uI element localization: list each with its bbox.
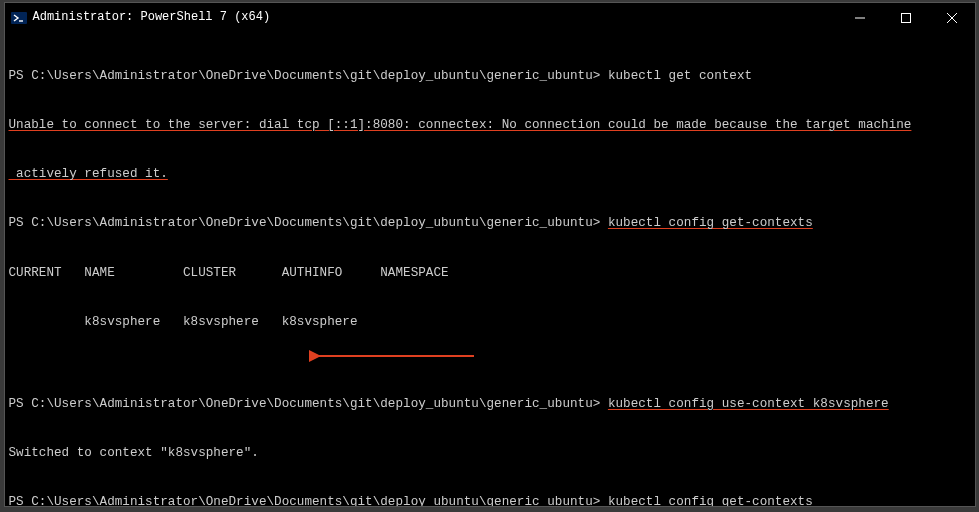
maximize-button[interactable] xyxy=(883,3,929,33)
close-button[interactable] xyxy=(929,3,975,33)
output-line: Switched to context "k8svsphere". xyxy=(9,445,971,462)
error-text: Unable to connect to the server: dial tc… xyxy=(9,118,912,132)
command-line: PS C:\Users\Administrator\OneDrive\Docum… xyxy=(9,494,971,506)
terminal-body[interactable]: PS C:\Users\Administrator\OneDrive\Docum… xyxy=(5,33,975,506)
output-line: Unable to connect to the server: dial tc… xyxy=(9,117,971,134)
command-text: kubectl get context xyxy=(608,69,752,83)
powershell-window: Administrator: PowerShell 7 (x64) PS C:\… xyxy=(4,2,976,507)
titlebar[interactable]: Administrator: PowerShell 7 (x64) xyxy=(5,3,975,33)
command-text: kubectl config get-contexts xyxy=(608,216,813,230)
minimize-button[interactable] xyxy=(837,3,883,33)
window-title: Administrator: PowerShell 7 (x64) xyxy=(33,10,271,26)
header-row: CURRENT NAME CLUSTER AUTHINFO NAMESPACE xyxy=(9,265,971,282)
powershell-icon xyxy=(11,10,27,26)
prompt: PS C:\Users\Administrator\OneDrive\Docum… xyxy=(9,216,608,230)
context-row: k8svsphere k8svsphere k8svsphere xyxy=(9,314,971,363)
prompt: PS C:\Users\Administrator\OneDrive\Docum… xyxy=(9,397,608,411)
command-line: PS C:\Users\Administrator\OneDrive\Docum… xyxy=(9,215,971,232)
command-text: kubectl config get-contexts xyxy=(608,495,813,506)
output-line: actively refused it. xyxy=(9,166,971,183)
prompt: PS C:\Users\Administrator\OneDrive\Docum… xyxy=(9,69,608,83)
svg-rect-3 xyxy=(901,14,910,23)
command-line: PS C:\Users\Administrator\OneDrive\Docum… xyxy=(9,68,971,85)
command-text: kubectl config use-context k8svsphere xyxy=(608,397,889,411)
command-line: PS C:\Users\Administrator\OneDrive\Docum… xyxy=(9,396,971,413)
prompt: PS C:\Users\Administrator\OneDrive\Docum… xyxy=(9,495,608,506)
error-text: actively refused it. xyxy=(9,167,168,181)
